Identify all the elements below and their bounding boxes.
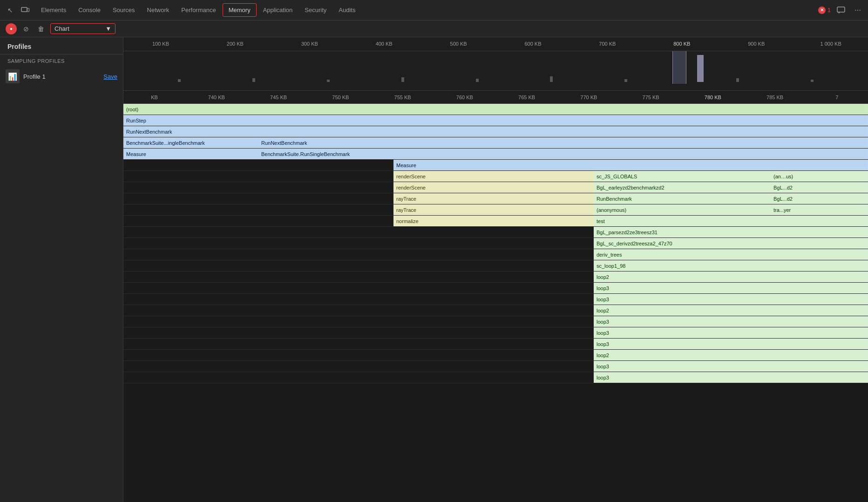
record-button[interactable]: ● (6, 23, 17, 34)
delete-button[interactable]: 🗑 (35, 23, 47, 34)
flame-cell-loop2-2[interactable]: loop2 (594, 305, 868, 316)
flame-cell-loop3-3[interactable]: loop3 (594, 316, 868, 327)
sampling-label: SAMPLING PROFILES (0, 54, 123, 67)
flame-cell-raytrace-1[interactable]: rayTrace (393, 193, 594, 204)
flame-cell-runnextbenchmark-2[interactable]: RunNextBenchmark (258, 137, 868, 148)
flame-cell-bgl-earley[interactable]: BgL_earleyzd2benchmarkzd2 (594, 182, 771, 193)
flame-cell-runnextbenchmark-1[interactable]: RunNextBenchmark (123, 126, 868, 137)
flame-row-bgl-parse: BgL_parsezd2ze3treesz31 (123, 227, 868, 238)
sidebar-title: Profiles (0, 37, 123, 54)
flame-cell-benchmarksuite-short[interactable]: BenchmarkSuite...ingleBenchmark (123, 137, 258, 148)
flame-cell-empty-17 (123, 339, 594, 349)
flame-cell-renderscene-1[interactable]: renderScene (393, 171, 594, 182)
bar-area-8 (384, 53, 421, 82)
flame-chart[interactable]: (root) RunStep RunNextBenchmark Benchmar… (123, 104, 868, 502)
bar-area-3 (198, 53, 235, 82)
flame-cell-empty-9 (123, 249, 594, 260)
zoom-label-770: 770 KB (558, 95, 620, 100)
flame-row-bgl-sc-deriv: BgL_sc_derivzd2treesza2_47z70 (123, 238, 868, 249)
flame-cell-runbenchmark[interactable]: RunBenchmark (594, 193, 771, 204)
zoom-label-745: 745 KB (248, 95, 310, 100)
ruler-label-600kb: 600 KB (496, 37, 570, 47)
flame-row-benchmarksuite-1: BenchmarkSuite...ingleBenchmark RunNextB… (123, 137, 868, 149)
flame-cell-normalize[interactable]: normalize (393, 216, 594, 226)
tab-performance[interactable]: Performance (176, 4, 221, 16)
bar-area-20 (831, 53, 868, 82)
flame-cell-loop3-6[interactable]: loop3 (594, 361, 868, 372)
flame-cell-loop2-3[interactable]: loop2 (594, 350, 868, 360)
bar-area-9 (421, 53, 459, 82)
ruler-label-500kb: 500 KB (421, 37, 496, 47)
flame-row-loop3-5: loop3 (123, 339, 868, 350)
flame-cell-an-us[interactable]: (an…us) (771, 171, 868, 182)
flame-cell-bgl-d2-1[interactable]: BgL...d2 (771, 182, 868, 193)
bar-area-2 (161, 53, 198, 82)
stop-button[interactable]: ⊘ (20, 23, 32, 34)
flame-cell-loop3-5[interactable]: loop3 (594, 339, 868, 349)
flame-cell-deriv-trees[interactable]: deriv_trees (594, 249, 868, 260)
profile-name: Profile 1 (23, 73, 100, 80)
ruler-top: 100 KB 200 KB 300 KB 400 KB 500 KB 600 K… (123, 37, 868, 51)
feedback-icon[interactable] (834, 4, 848, 17)
chart-label: Chart (54, 25, 69, 32)
flame-cell-raytrace-2[interactable]: rayTrace (393, 204, 594, 215)
flame-cell-measure-1[interactable]: Measure (123, 149, 258, 159)
flame-row-raytrace-2: rayTrace (anonymous) tra...yer (123, 204, 868, 216)
svg-rect-1 (27, 8, 29, 12)
flame-cell-tra-yer[interactable]: tra...yer (771, 204, 868, 215)
flame-cell-renderscene-2[interactable]: renderScene (393, 182, 594, 193)
chart-dropdown[interactable]: Chart ▼ (50, 23, 115, 34)
flame-cell-empty-7 (123, 227, 594, 237)
flame-row-measure-1: Measure BenchmarkSuite.RunSingleBenchmar… (123, 149, 868, 160)
flame-cell-measure-2[interactable]: Measure (393, 160, 868, 170)
tab-elements[interactable]: Elements (35, 4, 72, 16)
tab-sources[interactable]: Sources (107, 4, 141, 16)
flame-cell-root[interactable]: (root) (123, 104, 868, 115)
bar-area-19 (793, 53, 831, 82)
flame-cell-loop2-1[interactable]: loop2 (594, 271, 868, 282)
flame-cell-loop3-1[interactable]: loop3 (594, 283, 868, 293)
bar-area-10 (459, 53, 496, 82)
flame-cell-loop3-4[interactable]: loop3 (594, 327, 868, 338)
zoom-label-765: 765 KB (496, 95, 558, 100)
cursor-icon[interactable]: ↖ (4, 4, 17, 17)
flame-cell-empty-4 (123, 193, 393, 204)
more-icon[interactable]: ⋯ (851, 4, 864, 17)
profile-item[interactable]: 📊 Profile 1 Save (0, 67, 123, 86)
flame-cell-loop3-2[interactable]: loop3 (594, 294, 868, 305)
ruler-label-800kb: 800 KB (644, 37, 719, 47)
flame-cell-anonymous[interactable]: (anonymous) (594, 204, 771, 215)
tab-memory[interactable]: Memory (223, 3, 257, 17)
ruler-label-900kb: 900 KB (719, 37, 793, 47)
flame-cell-runstep[interactable]: RunStep (123, 115, 868, 126)
flame-cell-sc-loop1[interactable]: sc_loop1_98 (594, 260, 868, 271)
flame-cell-loop3-7[interactable]: loop3 (594, 372, 868, 383)
flame-cell-benchmarksuite-full[interactable]: BenchmarkSuite.RunSingleBenchmark (258, 149, 868, 159)
error-badge[interactable]: ✕ 1 (818, 7, 831, 14)
error-count: 1 (827, 7, 831, 14)
flame-cell-bgl-parse[interactable]: BgL_parsezd2ze3treesz31 (594, 227, 868, 237)
bar-8 (401, 77, 404, 82)
flame-cell-bgl-d2-2[interactable]: BgL...d2 (771, 193, 868, 204)
profile-save-button[interactable]: Save (103, 73, 117, 80)
bar-6 (327, 80, 330, 82)
flame-cell-sc-js-globals[interactable]: sc_JS_GLOBALS (594, 171, 771, 182)
tab-network[interactable]: Network (142, 4, 175, 16)
bar-area-12 (533, 53, 570, 82)
zoom-label-780: 780 KB (682, 95, 744, 100)
device-icon[interactable] (19, 4, 32, 17)
flame-cell-bgl-sc-deriv[interactable]: BgL_sc_derivzd2treesza2_47z70 (594, 238, 868, 249)
bar-12 (550, 76, 553, 82)
ruler-label-1000kb: 1 000 KB (793, 37, 868, 47)
flame-cell-empty-14 (123, 305, 594, 316)
tab-application[interactable]: Application (258, 4, 298, 16)
toolbar: ● ⊘ 🗑 Chart ▼ (0, 20, 868, 37)
dropdown-arrow: ▼ (105, 25, 111, 32)
tab-console[interactable]: Console (73, 4, 106, 16)
flame-row-loop2-2: loop2 (123, 305, 868, 316)
flame-cell-test[interactable]: test (594, 216, 868, 226)
tab-audits[interactable]: Audits (333, 4, 361, 16)
tab-security[interactable]: Security (299, 4, 332, 16)
bar-area-11 (496, 53, 533, 82)
zoom-label-0: KB (123, 95, 185, 100)
